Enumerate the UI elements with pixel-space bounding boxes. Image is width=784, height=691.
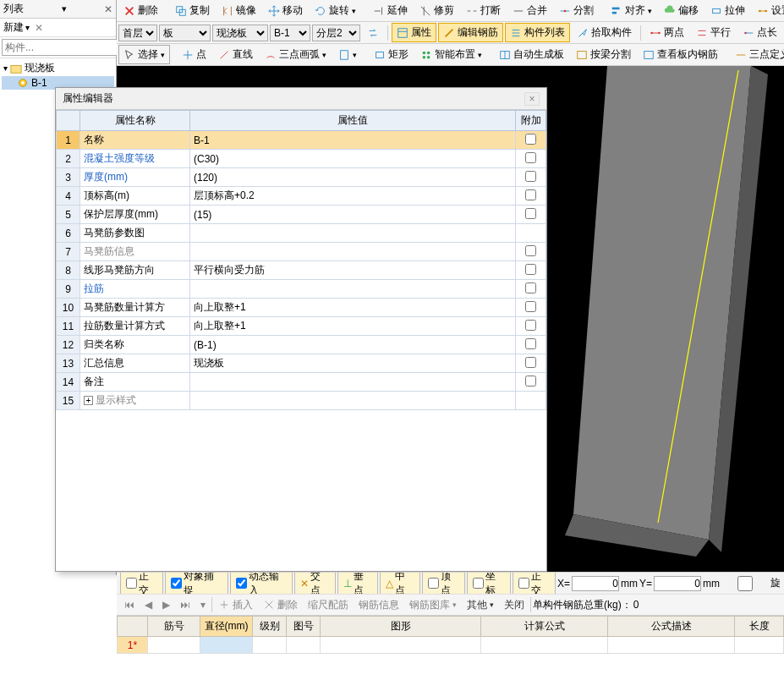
attach-checkbox[interactable] bbox=[525, 152, 536, 163]
nav-first[interactable]: ⏮ bbox=[120, 597, 139, 612]
copy-button[interactable]: 复制 bbox=[170, 1, 215, 20]
attach-checkbox[interactable] bbox=[525, 134, 536, 145]
property-row[interactable]: 2混凝土强度等级(C30) bbox=[57, 150, 546, 168]
twopoint-button[interactable]: 两点 bbox=[644, 23, 689, 42]
threept-button[interactable]: 三点定义 bbox=[730, 45, 784, 64]
delete-button[interactable]: 删除 bbox=[118, 1, 163, 20]
rebarlib-button[interactable]: 钢筋图库▾ bbox=[405, 596, 461, 614]
snap-tab-4[interactable]: ⊥垂点 bbox=[337, 572, 379, 594]
point-button[interactable]: 点 bbox=[177, 45, 211, 64]
rotate-button[interactable]: 旋转▾ bbox=[310, 1, 361, 20]
search-input[interactable] bbox=[2, 39, 135, 56]
attach-checkbox[interactable] bbox=[525, 320, 536, 331]
more-draw-button[interactable]: ▾ bbox=[333, 47, 362, 63]
rebarinfo-button[interactable]: 钢筋信息 bbox=[354, 596, 403, 614]
sublayer-select[interactable]: 分层2 bbox=[312, 25, 360, 41]
property-row[interactable]: 4顶标高(m)层顶标高+0.2 bbox=[57, 187, 546, 206]
attach-checkbox[interactable] bbox=[525, 376, 536, 387]
pick-component-button[interactable]: 拾取构件 bbox=[572, 23, 637, 42]
subcat-select[interactable]: 现浇板 bbox=[212, 25, 268, 41]
swap-button[interactable] bbox=[362, 25, 384, 41]
snap-tab-3[interactable]: ✕交点 bbox=[294, 572, 336, 594]
close-rebar-button[interactable]: 关闭 bbox=[500, 596, 529, 614]
nav-last[interactable]: ⏭ bbox=[176, 597, 195, 612]
nav-next[interactable]: ▶ bbox=[158, 597, 174, 612]
dialog-titlebar[interactable]: 属性编辑器 × bbox=[56, 88, 546, 110]
close-icon[interactable]: ✕ bbox=[35, 22, 43, 34]
y-input[interactable] bbox=[654, 576, 701, 591]
other-button[interactable]: 其他▾ bbox=[463, 596, 498, 614]
mirror-button[interactable]: 镜像 bbox=[217, 1, 261, 20]
split-button[interactable]: 分割 bbox=[554, 1, 599, 20]
edit-rebar-button[interactable]: 编辑钢筋 bbox=[438, 23, 503, 42]
component-list-button[interactable]: 构件列表 bbox=[505, 23, 570, 42]
snap-tab-7[interactable]: 坐标 bbox=[467, 572, 510, 594]
tree-root[interactable]: ▾ 现浇板 bbox=[2, 60, 114, 76]
line-button[interactable]: 直线 bbox=[213, 45, 258, 64]
offset-button[interactable]: 偏移 bbox=[659, 1, 704, 20]
table-row[interactable]: 1* bbox=[118, 637, 784, 654]
rot-check[interactable] bbox=[721, 576, 769, 591]
property-row[interactable]: 5保护层厚度(mm)(15) bbox=[57, 206, 546, 224]
scale-button[interactable]: 缩尺配筋 bbox=[304, 596, 353, 614]
new-component-button[interactable]: 新建▾ ✕ bbox=[0, 19, 116, 37]
attach-checkbox[interactable] bbox=[525, 208, 536, 219]
snap-tab-2[interactable]: 动态输入 bbox=[230, 572, 293, 594]
snap-tab-1[interactable]: 对象捕捉 bbox=[165, 572, 228, 594]
move-button[interactable]: 移动 bbox=[263, 1, 308, 20]
property-row[interactable]: 11拉筋数量计算方式向上取整+1 bbox=[57, 317, 546, 336]
attach-checkbox[interactable] bbox=[525, 282, 536, 293]
extend-button[interactable]: 延伸 bbox=[368, 1, 413, 20]
attach-checkbox[interactable] bbox=[525, 189, 536, 200]
attach-checkbox[interactable] bbox=[525, 301, 536, 312]
property-row[interactable]: 8线形马凳筋方向平行横向受力筋 bbox=[57, 261, 546, 280]
snap-tab-0[interactable]: 正交 bbox=[120, 572, 163, 594]
attach-checkbox[interactable] bbox=[525, 357, 536, 368]
rect-button[interactable]: 矩形 bbox=[369, 45, 414, 64]
viewrebar-button[interactable]: 查看板内钢筋 bbox=[638, 45, 723, 64]
expand-icon[interactable]: + bbox=[84, 396, 93, 405]
property-row[interactable]: 7马凳筋信息 bbox=[57, 243, 546, 261]
parallel-button[interactable]: 平行 bbox=[691, 23, 736, 42]
category-select[interactable]: 板 bbox=[159, 25, 211, 41]
property-row[interactable]: 10马凳筋数量计算方向上取整+1 bbox=[57, 299, 546, 317]
property-row[interactable]: 3厚度(mm)(120) bbox=[57, 168, 546, 187]
attach-checkbox[interactable] bbox=[525, 171, 536, 182]
trim-button[interactable]: 修剪 bbox=[414, 1, 459, 20]
nav-more[interactable]: ▾ bbox=[196, 597, 210, 612]
property-row[interactable]: 12归类名称(B-1) bbox=[57, 336, 546, 354]
arc3-button[interactable]: 三点画弧▾ bbox=[260, 45, 332, 64]
property-row[interactable]: 1名称B-1 bbox=[57, 131, 546, 150]
delete-row-button[interactable]: 删除 bbox=[259, 596, 302, 614]
smart-button[interactable]: 智能布置▾ bbox=[415, 45, 487, 64]
align-button[interactable]: 对齐▾ bbox=[606, 1, 657, 20]
stretch-button[interactable]: 拉伸 bbox=[705, 1, 750, 20]
pointlong-button[interactable]: 点长 bbox=[737, 23, 782, 42]
snap-tab-6[interactable]: 顶点 bbox=[422, 572, 465, 594]
property-row[interactable]: 6马凳筋参数图 bbox=[57, 224, 546, 243]
attach-checkbox[interactable] bbox=[525, 264, 536, 275]
snap-tab-8[interactable]: 正交 bbox=[513, 572, 556, 594]
splitbeam-button[interactable]: 按梁分割 bbox=[571, 45, 636, 64]
property-row[interactable]: 14备注 bbox=[57, 373, 546, 392]
merge-button[interactable]: 合并 bbox=[507, 1, 552, 20]
setgrip-button[interactable]: 设置夹点 bbox=[752, 1, 784, 20]
layer-select[interactable]: 首层 bbox=[118, 25, 157, 41]
autogen-button[interactable]: 自动生成板 bbox=[494, 45, 569, 64]
property-row[interactable]: 13汇总信息现浇板 bbox=[57, 354, 546, 373]
properties-button[interactable]: 属性 bbox=[392, 23, 436, 42]
select-button[interactable]: 选择▾ bbox=[118, 45, 170, 64]
break-icon bbox=[466, 5, 478, 17]
close-icon[interactable]: ✕ bbox=[104, 3, 112, 15]
close-button[interactable]: × bbox=[524, 92, 540, 106]
snap-tab-5[interactable]: △中点 bbox=[380, 572, 420, 594]
component-select[interactable]: B-1 bbox=[270, 25, 310, 41]
attach-checkbox[interactable] bbox=[525, 338, 536, 349]
insert-button[interactable]: 插入 bbox=[214, 596, 257, 614]
property-row[interactable]: 15+显示样式 bbox=[57, 392, 546, 410]
attach-checkbox[interactable] bbox=[525, 245, 536, 256]
break-button[interactable]: 打断 bbox=[461, 1, 506, 20]
property-row[interactable]: 9拉筋 bbox=[57, 280, 546, 299]
x-input[interactable] bbox=[572, 576, 619, 591]
nav-prev[interactable]: ◀ bbox=[140, 597, 156, 612]
